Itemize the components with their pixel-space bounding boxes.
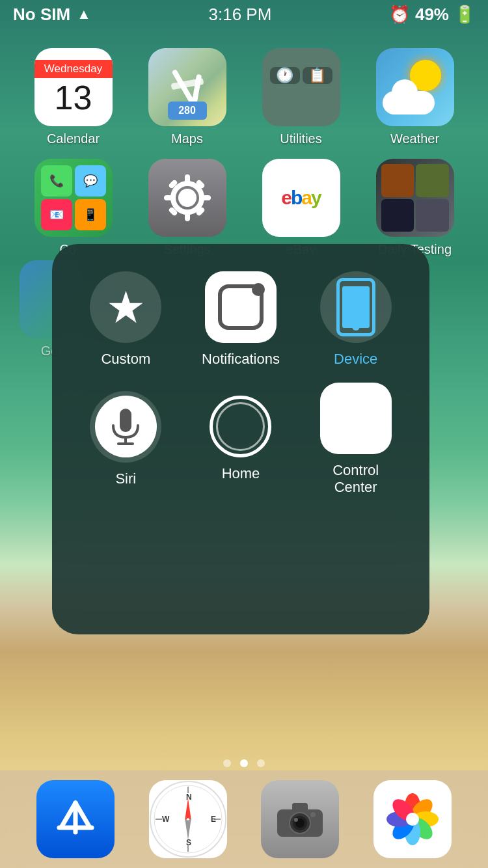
maps-icon: 280 (148, 48, 226, 126)
status-right: ⏰ 49% 🔋 (389, 5, 475, 25)
calendar-label: Calendar (47, 131, 100, 146)
utilities-label: Utilities (280, 131, 321, 146)
svg-text:N: N (186, 793, 192, 802)
device-screen (342, 286, 370, 328)
at-device[interactable]: Device (301, 264, 410, 376)
at-control-center[interactable]: Control Center (301, 383, 410, 496)
at-control-center-label: Control Center (332, 462, 379, 496)
ebay-text: ebay (281, 187, 320, 209)
dock: N S E W (0, 770, 488, 868)
at-device-label: Device (334, 351, 377, 368)
svg-point-44 (406, 813, 419, 826)
assistive-touch-menu: ★ Custom Notifications Device (52, 244, 429, 634)
svg-text:E: E (211, 815, 216, 824)
status-bar: No SIM ▲ 3:16 PM ⏰ 49% 🔋 (0, 0, 488, 29)
svg-rect-4 (164, 195, 173, 200)
page-dot-2 (257, 759, 265, 767)
app-comms[interactable]: 📞 💬 📧 📱 Co... (20, 159, 127, 257)
svg-rect-2 (185, 174, 190, 183)
settings-icon (148, 159, 226, 237)
dock-app-store[interactable] (36, 780, 115, 858)
status-left: No SIM ▲ (13, 5, 91, 25)
util-sub-1: 🕐 (270, 67, 300, 84)
page-dot-1 (240, 759, 248, 767)
svg-rect-30 (292, 803, 308, 812)
svg-text:W: W (162, 815, 170, 824)
notifications-icon (218, 284, 264, 330)
svg-rect-10 (120, 409, 131, 432)
at-home[interactable]: Home (187, 383, 295, 496)
battery-label: 49% (415, 5, 449, 25)
calendar-icon: Wednesday 13 (34, 48, 113, 126)
svg-point-34 (294, 818, 298, 822)
app-calendar[interactable]: Wednesday 13 Calendar (20, 48, 127, 146)
home-icon (216, 402, 265, 451)
app-ebay[interactable]: ebay eBay (247, 159, 355, 257)
custom-icon-wrap: ★ (90, 271, 161, 343)
carrier-label: No SIM (13, 5, 70, 25)
wifi-icon: ▲ (77, 6, 91, 23)
home-icon-wrap (210, 396, 271, 457)
app-weather[interactable]: Weather (361, 48, 468, 146)
star-icon: ★ (106, 285, 146, 329)
ebay-icon: ebay (262, 159, 340, 237)
at-custom[interactable]: ★ Custom (72, 264, 180, 376)
svg-point-0 (178, 189, 197, 207)
svg-rect-5 (202, 195, 211, 200)
at-notifications-label: Notifications (202, 351, 280, 368)
at-siri-label: Siri (115, 470, 136, 487)
time-label: 3:16 PM (209, 5, 272, 25)
app-store-icon (36, 780, 115, 858)
siri-icon-wrap (90, 391, 161, 463)
photos-icon (373, 780, 452, 858)
dock-photos[interactable] (373, 780, 452, 858)
calendar-day-name: Wednesday (34, 60, 113, 78)
control-center-icon (328, 392, 383, 444)
alarm-icon: ⏰ (389, 5, 410, 25)
toggle-knob-1 (364, 400, 377, 413)
page-dot-0 (223, 759, 231, 767)
camera-icon (261, 780, 339, 858)
svg-text:S: S (186, 838, 191, 847)
app-utilities[interactable]: 🕐 📋 Utilities (247, 48, 355, 146)
app-maps[interactable]: 280 Maps (133, 48, 241, 146)
svg-rect-3 (185, 212, 190, 221)
at-notifications[interactable]: Notifications (187, 264, 295, 376)
control-center-icon-wrap (320, 383, 392, 454)
app-gaming[interactable]: Daily Testing (361, 159, 468, 257)
maps-label: Maps (171, 131, 203, 146)
app-grid-row1: Wednesday 13 Calendar 280 Maps 🕐 📋 Utili… (0, 39, 488, 156)
toggle-row-1 (330, 398, 382, 416)
battery-icon: 🔋 (454, 5, 475, 25)
util-sub-2: 📋 (303, 67, 332, 84)
device-icon-wrap (320, 271, 392, 343)
safari-icon: N S E W (149, 780, 227, 858)
weather-label: Weather (390, 131, 439, 146)
app-settings[interactable]: Settings (133, 159, 241, 257)
calendar-day-number: 13 (55, 81, 92, 115)
comms-icon: 📞 💬 📧 📱 (34, 159, 113, 237)
utilities-icon: 🕐 📋 (262, 48, 340, 126)
dock-safari[interactable]: N S E W (149, 780, 227, 858)
toggle-row-2 (330, 421, 382, 439)
toggle-knob-2 (334, 424, 347, 437)
notifications-icon-wrap (205, 271, 277, 343)
device-home-btn (352, 323, 360, 331)
device-icon (336, 278, 375, 336)
siri-icon (95, 396, 157, 457)
dock-camera[interactable] (261, 780, 339, 858)
at-custom-label: Custom (101, 351, 150, 368)
at-siri[interactable]: Siri (72, 383, 180, 496)
at-home-label: Home (222, 465, 260, 482)
weather-icon (376, 48, 454, 126)
page-dots (0, 759, 488, 767)
weather-cloud (383, 91, 435, 115)
svg-point-35 (310, 812, 316, 817)
gaming-icon (376, 159, 454, 237)
